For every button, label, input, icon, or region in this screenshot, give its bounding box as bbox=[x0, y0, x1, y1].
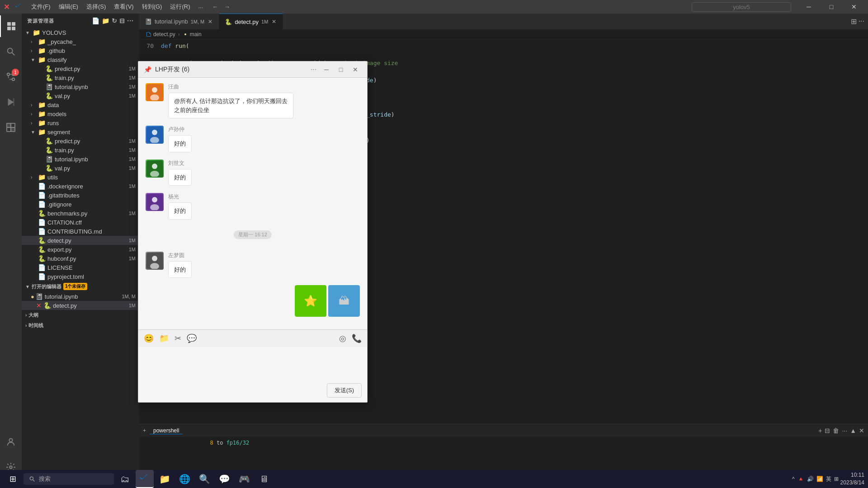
tree-data[interactable]: › 📁 data bbox=[22, 100, 139, 109]
wechat-message-input[interactable] bbox=[144, 351, 362, 371]
taskbar-start-button[interactable]: ⊞ bbox=[4, 470, 22, 488]
activity-extensions[interactable] bbox=[0, 117, 22, 138]
more-icon[interactable]: ··· bbox=[127, 17, 134, 24]
activity-account[interactable] bbox=[0, 431, 22, 453]
terminal-tab-powershell[interactable]: powershell bbox=[150, 427, 183, 434]
open-editors-section[interactable]: ▼ 打开的编辑器 1个未保存 bbox=[22, 281, 139, 292]
terminal-more-icon[interactable]: ··· bbox=[842, 427, 847, 434]
chat-icon[interactable]: 💬 bbox=[187, 333, 197, 343]
image-thumb-1[interactable]: ⭐ bbox=[295, 285, 326, 317]
breadcrumb-symbol[interactable]: main bbox=[183, 31, 202, 38]
wechat-more-icon[interactable]: ··· bbox=[311, 66, 316, 74]
refresh-icon[interactable]: ↻ bbox=[112, 17, 118, 24]
breadcrumb-file[interactable]: detect.py bbox=[146, 31, 175, 38]
systray-ime[interactable]: 英 bbox=[826, 475, 831, 483]
scissors-icon[interactable]: ✂ bbox=[175, 333, 181, 343]
split-editor-icon[interactable]: ⊞ bbox=[851, 17, 857, 26]
wechat-minimize-button[interactable]: ─ bbox=[320, 63, 333, 76]
wechat-maximize-button[interactable]: □ bbox=[335, 63, 347, 76]
minimize-button[interactable]: ─ bbox=[798, 0, 819, 14]
open-editor-detect[interactable]: ✕ 🐍 detect.py 1M bbox=[22, 301, 139, 310]
tab-detect[interactable]: 🐍 detect.py 1M ✕ bbox=[219, 14, 283, 29]
tree-segment-predict[interactable]: 🐍 predict.py 1M bbox=[22, 136, 139, 145]
tree-github[interactable]: › 📁 .github bbox=[22, 46, 139, 55]
activity-run[interactable] bbox=[0, 91, 22, 113]
tree-contributing[interactable]: 📄 CONTRIBUTING.md bbox=[22, 227, 139, 236]
terminal-close-icon[interactable]: ✕ bbox=[859, 427, 864, 434]
tree-gitattributes[interactable]: 📄 .gitattributes bbox=[22, 191, 139, 200]
camera-icon[interactable]: ◎ bbox=[339, 333, 346, 343]
restore-button[interactable]: □ bbox=[821, 0, 842, 14]
tree-hubconf[interactable]: 🐍 hubconf.py 1M bbox=[22, 254, 139, 263]
image-thumb-2[interactable]: 🏔 bbox=[328, 285, 360, 317]
activity-explorer[interactable] bbox=[0, 15, 22, 37]
menu-view[interactable]: 查看(V) bbox=[110, 3, 137, 11]
tree-classify-tutorial[interactable]: 📓 tutorial.ipynb 1M bbox=[22, 82, 139, 91]
wechat-close-button[interactable]: ✕ bbox=[349, 63, 362, 76]
tree-classify[interactable]: ▼ 📁 classify bbox=[22, 55, 139, 64]
tree-pyproject[interactable]: 📄 pyproject.toml bbox=[22, 272, 139, 281]
nav-back[interactable]: ← bbox=[210, 3, 220, 10]
systray-wifi-icon[interactable]: 📶 bbox=[816, 476, 823, 482]
folder-icon-wechat[interactable]: 📁 bbox=[159, 333, 169, 343]
wechat-send-button[interactable]: 发送(S) bbox=[327, 383, 362, 398]
activity-source-control[interactable]: 1 bbox=[0, 66, 22, 88]
taskbar-app-8[interactable]: 🖥 bbox=[255, 470, 273, 488]
collapse-icon[interactable]: ⊟ bbox=[119, 17, 125, 24]
tree-pycache[interactable]: › 📁 _pycache_ bbox=[22, 37, 139, 46]
open-editor-tutorial[interactable]: ● 📓 tutorial.ipynb 1M, M bbox=[22, 292, 139, 301]
taskbar-search-box[interactable]: 搜索 bbox=[24, 473, 114, 485]
wechat-input-area[interactable] bbox=[138, 347, 367, 383]
terminal-add-icon[interactable]: + bbox=[818, 427, 822, 434]
taskbar-clock[interactable]: 10:11 2023/8/14 bbox=[840, 471, 864, 487]
taskbar-edge[interactable]: 🌐 bbox=[175, 470, 193, 488]
emoji-icon[interactable]: 😊 bbox=[144, 333, 154, 343]
tree-segment-val[interactable]: 🐍 val.py 1M bbox=[22, 164, 139, 173]
activity-search[interactable] bbox=[0, 41, 22, 62]
tree-export[interactable]: 🐍 export.py 1M bbox=[22, 245, 139, 254]
nav-forward[interactable]: → bbox=[222, 3, 232, 10]
tree-runs[interactable]: › 📁 runs bbox=[22, 118, 139, 127]
taskbar-explorer[interactable]: 📁 bbox=[156, 470, 174, 488]
wechat-window[interactable]: 📌 LHP开发 (6) ··· ─ □ ✕ bbox=[138, 61, 368, 403]
tree-root-yolovs[interactable]: ▼ 📁 YOLOVS bbox=[22, 28, 139, 37]
tree-license[interactable]: 📄 LICENSE bbox=[22, 263, 139, 272]
menu-file[interactable]: 文件(F) bbox=[28, 3, 54, 11]
tree-dockerignore[interactable]: 📄 .dockerignore 1M bbox=[22, 182, 139, 191]
command-palette[interactable] bbox=[692, 2, 791, 12]
tree-models[interactable]: › 📁 models bbox=[22, 109, 139, 118]
wechat-pin-icon[interactable]: 📌 bbox=[144, 66, 151, 73]
terminal-split-icon[interactable]: ⊟ bbox=[825, 427, 830, 434]
tree-utils[interactable]: › 📁 utils bbox=[22, 173, 139, 182]
tab-tutorial-close[interactable]: ✕ bbox=[207, 18, 213, 26]
terminal-maximize-icon[interactable]: ▲ bbox=[850, 427, 856, 434]
menu-run[interactable]: 运行(R) bbox=[166, 3, 193, 11]
tree-detect[interactable]: 🐍 detect.py 1M bbox=[22, 236, 139, 245]
close-button[interactable]: ✕ bbox=[844, 0, 864, 14]
tab-detect-close[interactable]: ✕ bbox=[271, 18, 277, 26]
taskbar-vscode[interactable] bbox=[136, 470, 154, 488]
systray-network-icon[interactable]: 🔺 bbox=[797, 476, 804, 482]
phone-icon[interactable]: 📞 bbox=[352, 333, 362, 343]
tree-classify-val[interactable]: 🐍 val.py 1M bbox=[22, 91, 139, 100]
menu-more[interactable]: ... bbox=[194, 3, 207, 11]
taskbar-wechat[interactable]: 💬 bbox=[215, 470, 233, 488]
tree-segment-train[interactable]: 🐍 train.py 1M bbox=[22, 145, 139, 155]
tree-segment[interactable]: ▼ 📁 segment bbox=[22, 127, 139, 136]
taskbar-chrome[interactable]: 🔍 bbox=[195, 470, 213, 488]
tab-tutorial[interactable]: 📓 tutorial.ipynb 1M, M ✕ bbox=[139, 14, 219, 29]
timeline-section[interactable]: › 时间线 bbox=[22, 320, 139, 331]
systray-volume-icon[interactable]: 🔊 bbox=[807, 476, 814, 482]
menu-edit[interactable]: 编辑(E) bbox=[55, 3, 82, 11]
tree-classify-train[interactable]: 🐍 train.py 1M bbox=[22, 73, 139, 82]
tree-classify-predict[interactable]: 🐍 predict.py 1M bbox=[22, 64, 139, 73]
tree-benchmarks[interactable]: 🐍 benchmarks.py 1M bbox=[22, 209, 139, 218]
tree-gitignore[interactable]: 📄 .gitignore bbox=[22, 200, 139, 209]
new-folder-icon[interactable]: 📁 bbox=[102, 17, 110, 24]
tree-segment-tutorial[interactable]: 📓 tutorial.ipynb 1M bbox=[22, 155, 139, 164]
outline-section[interactable]: › 大纲 bbox=[22, 310, 139, 320]
systray-caret-icon[interactable]: ^ bbox=[792, 476, 795, 482]
menu-goto[interactable]: 转到(G) bbox=[138, 3, 166, 11]
more-actions-icon[interactable]: ··· bbox=[859, 17, 864, 26]
taskbar-file-manager[interactable]: 🗂 bbox=[116, 470, 134, 488]
